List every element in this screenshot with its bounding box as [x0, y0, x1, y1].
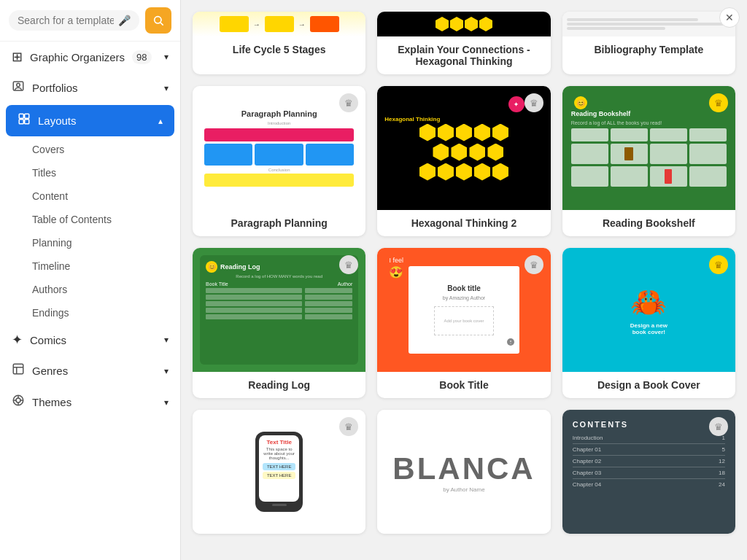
main-content: ✕ → → Life Cycle 5 Stages Explain Your C… — [181, 0, 747, 560]
template-label: Explain Your Connections - Hexagonal Thi… — [377, 36, 550, 74]
svg-point-3 — [17, 83, 20, 87]
crown-badge: ♛ — [525, 93, 543, 112]
genres-icon — [12, 362, 25, 379]
close-button[interactable]: ✕ — [719, 7, 740, 28]
chevron-down-icon: ▾ — [164, 335, 169, 345]
template-card-life-cycle[interactable]: → → Life Cycle 5 Stages — [193, 12, 365, 74]
search-input-wrapper[interactable]: 🎤 — [9, 10, 139, 31]
search-button[interactable] — [145, 7, 171, 34]
svg-point-17 — [511, 343, 511, 344]
templates-grid-row1: ♛ Paragraph Planning Introduction Conclu… — [181, 74, 747, 545]
crown-badge: ♛ — [709, 255, 728, 274]
sidebar-subitem-table-of-contents[interactable]: Table of Contents — [0, 208, 180, 231]
sidebar-item-portfolios[interactable]: Portfolios ▾ — [0, 72, 180, 104]
template-card-text-title[interactable]: ♛ Text Title This space to write about y… — [193, 410, 365, 534]
svg-rect-5 — [25, 114, 29, 118]
sidebar-subitem-content[interactable]: Content — [0, 184, 180, 208]
chevron-up-icon: ▴ — [158, 116, 163, 126]
template-card-reading-log[interactable]: ♛ 😊 Reading Log Record a log of HOW MANY… — [193, 248, 365, 398]
template-card-book-title[interactable]: ♛ Book title by Amazing Author Add your … — [377, 248, 550, 398]
chevron-down-icon: ▾ — [164, 366, 169, 376]
genres-label: Genres — [32, 365, 68, 377]
graphic-organizers-icon: ⊞ — [12, 49, 23, 65]
mic-icon[interactable]: 🎤 — [118, 15, 131, 26]
template-label: Bibliography Template — [562, 36, 735, 63]
graphic-organizers-label: Graphic Organizers — [30, 51, 125, 63]
sidebar-item-graphic-organizers[interactable]: ⊞ Graphic Organizers 98 ▾ — [0, 42, 180, 72]
themes-label: Themes — [32, 396, 71, 408]
svg-point-0 — [155, 17, 161, 23]
svg-rect-6 — [19, 120, 23, 124]
layouts-label: Layouts — [38, 114, 77, 127]
template-card-contents[interactable]: ♛ CONTENTS Introduction 1 Chapter 01 5 C… — [562, 410, 735, 534]
sidebar-subitem-covers[interactable]: Covers — [0, 138, 180, 161]
comics-label: Comics — [30, 334, 66, 346]
sidebar: 🎤 ⊞ Graphic Organizers 98 ▾ Portfolios ▾ — [0, 0, 181, 560]
template-label: Paragraph Planning — [193, 210, 365, 236]
sidebar-subitem-planning[interactable]: Planning — [0, 231, 180, 254]
crown-badge: ♛ — [525, 255, 543, 274]
svg-line-1 — [160, 23, 163, 26]
comics-icon: ✦ — [12, 332, 23, 348]
template-card-paragraph-planning[interactable]: ♛ Paragraph Planning Introduction Conclu… — [193, 86, 365, 236]
svg-point-10 — [16, 398, 20, 402]
template-card-bibliography[interactable]: Bibliography Template — [562, 12, 735, 74]
sidebar-subitem-endings[interactable]: Endings — [0, 301, 180, 324]
template-label: Life Cycle 5 Stages — [193, 36, 365, 63]
graphic-organizers-badge: 98 — [132, 50, 151, 64]
template-label: Reading Bookshelf — [562, 210, 735, 236]
sidebar-item-genres[interactable]: Genres ▾ — [0, 355, 180, 386]
svg-rect-8 — [13, 364, 23, 374]
template-card-design-book-cover[interactable]: ♛ 🦀 Design a newbook cover! Design a Boo… — [562, 248, 735, 398]
crown-badge: ♛ — [709, 93, 728, 112]
chevron-down-icon: ▾ — [164, 397, 169, 408]
chevron-down-icon: ▾ — [164, 52, 169, 62]
portfolios-label: Portfolios — [32, 82, 78, 94]
svg-rect-4 — [19, 114, 23, 118]
template-label: Design a Book Cover — [562, 372, 735, 398]
chevron-down-icon: ▾ — [164, 83, 169, 93]
sidebar-item-comics[interactable]: ✦ Comics ▾ — [0, 324, 180, 355]
template-thumbnail: BLANCA by Author Name — [377, 410, 550, 534]
sidebar-item-themes[interactable]: Themes ▾ — [0, 386, 180, 418]
template-card-reading-bookshelf[interactable]: ♛ Reading Bookshelf Record a log of ALL … — [562, 86, 735, 236]
sidebar-subitem-titles[interactable]: Titles — [0, 161, 180, 184]
template-card-blanca[interactable]: BLANCA by Author Name — [377, 410, 550, 534]
template-label: Book Title — [377, 372, 550, 398]
sidebar-subitem-authors[interactable]: Authors — [0, 278, 180, 301]
search-bar: 🎤 — [0, 0, 180, 42]
themes-icon — [12, 394, 25, 411]
template-label: Reading Log — [193, 372, 365, 398]
partial-top-row: → → Life Cycle 5 Stages Explain Your Con… — [181, 0, 747, 74]
sidebar-item-layouts[interactable]: Layouts ▴ — [6, 105, 174, 136]
sidebar-subitem-timeline[interactable]: Timeline — [0, 254, 180, 278]
svg-rect-7 — [25, 120, 29, 124]
template-card-hexagonal-thinking-2[interactable]: ♛ Hexagonal Thinking — [377, 86, 550, 236]
search-input[interactable] — [18, 15, 114, 26]
layouts-icon — [18, 112, 31, 129]
template-label: Hexagonal Thinking 2 — [377, 210, 550, 236]
template-card-explain-connections[interactable]: Explain Your Connections - Hexagonal Thi… — [377, 12, 550, 74]
crown-badge: ♛ — [709, 417, 728, 436]
portfolios-icon — [12, 79, 25, 96]
